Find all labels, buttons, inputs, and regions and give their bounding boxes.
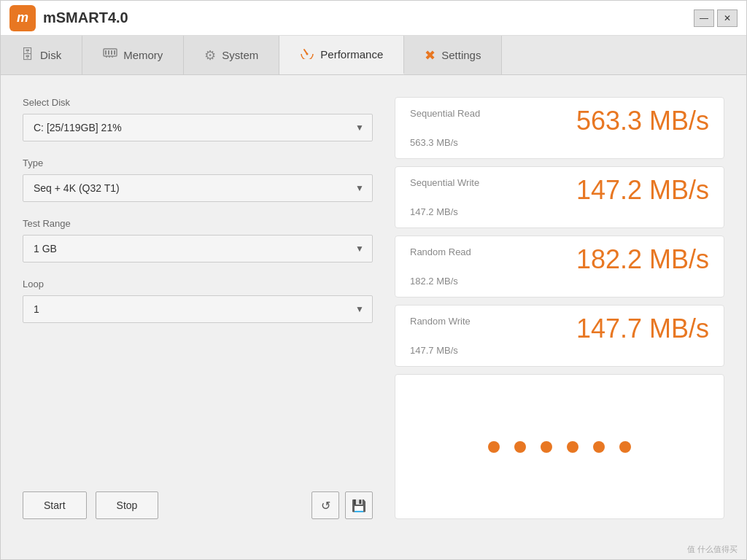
main-content: Select Disk C: [25/119GB] 21% D: E: ▼ Ty… bbox=[1, 75, 746, 541]
seq-read-label: Sequential Read bbox=[410, 108, 480, 119]
rand-read-value-small: 182.2 MB/s bbox=[410, 276, 709, 287]
rand-read-value-large: 182.2 MB/s bbox=[576, 246, 709, 273]
disk-tab-icon: 🗄 bbox=[21, 47, 34, 63]
dot-4 bbox=[567, 441, 578, 453]
left-panel: Select Disk C: [25/119GB] 21% D: E: ▼ Ty… bbox=[23, 97, 373, 519]
seq-read-card: Sequential Read 563.3 MB/s 563.3 MB/s bbox=[395, 97, 724, 159]
seq-write-value-small: 147.2 MB/s bbox=[410, 206, 709, 217]
seq-write-label: Sequential Write bbox=[410, 177, 479, 188]
system-tab-icon: ⚙ bbox=[204, 47, 216, 63]
svg-point-10 bbox=[306, 53, 309, 55]
loop-label: Loop bbox=[23, 279, 373, 289]
title-left: m mSMART4.0 bbox=[9, 5, 128, 31]
bottom-controls: Start Stop ↺ 💾 bbox=[23, 470, 373, 519]
icon-buttons-group: ↺ 💾 bbox=[311, 491, 373, 519]
tab-performance[interactable]: Performance bbox=[279, 36, 404, 74]
svg-rect-4 bbox=[114, 50, 115, 55]
rand-read-card: Random Read 182.2 MB/s 182.2 MB/s bbox=[395, 236, 724, 298]
loop-wrapper: 1 2 3 5 ▼ bbox=[23, 295, 373, 323]
tab-settings-label: Settings bbox=[441, 49, 481, 61]
test-range-dropdown[interactable]: 1 GB 4 GB 8 GB 16 GB bbox=[23, 235, 373, 262]
minimize-button[interactable]: — bbox=[694, 9, 714, 27]
dot-2 bbox=[514, 441, 526, 453]
seq-read-value-large: 563.3 MB/s bbox=[576, 108, 709, 134]
select-disk-dropdown[interactable]: C: [25/119GB] 21% D: E: bbox=[23, 114, 373, 141]
close-button[interactable]: ✕ bbox=[717, 9, 738, 27]
dot-3 bbox=[541, 441, 552, 453]
rand-write-value-small: 147.7 MB/s bbox=[410, 345, 709, 356]
refresh-button[interactable]: ↺ bbox=[311, 491, 339, 519]
rand-read-label: Random Read bbox=[410, 246, 471, 257]
dot-5 bbox=[593, 441, 605, 453]
rand-write-label: Random Write bbox=[410, 316, 471, 327]
seq-write-card: Sequential Write 147.2 MB/s 147.2 MB/s bbox=[395, 166, 724, 228]
app-logo: m bbox=[9, 5, 36, 31]
type-dropdown[interactable]: Seq + 4K (Q32 T1) Sequential 4K bbox=[23, 174, 373, 202]
tab-disk[interactable]: 🗄 Disk bbox=[1, 36, 82, 74]
svg-rect-2 bbox=[108, 50, 109, 55]
seq-read-top: Sequential Read 563.3 MB/s bbox=[410, 108, 709, 134]
rand-write-top: Random Write 147.7 MB/s bbox=[410, 316, 709, 342]
tab-system[interactable]: ⚙ System bbox=[184, 36, 279, 74]
svg-rect-1 bbox=[105, 50, 107, 55]
seq-read-value-small: 563.3 MB/s bbox=[410, 137, 709, 148]
seq-write-top: Sequential Write 147.2 MB/s bbox=[410, 177, 709, 203]
app-title: mSMART4.0 bbox=[43, 9, 128, 26]
dot-6 bbox=[619, 441, 631, 453]
rand-read-top: Random Read 182.2 MB/s bbox=[410, 246, 709, 273]
loop-dropdown[interactable]: 1 2 3 5 bbox=[23, 295, 373, 323]
dot-1 bbox=[488, 441, 500, 453]
window-controls: — ✕ bbox=[694, 9, 738, 27]
tab-memory-label: Memory bbox=[123, 49, 163, 61]
tab-system-label: System bbox=[222, 49, 258, 61]
stop-button[interactable]: Stop bbox=[96, 491, 159, 519]
tab-performance-label: Performance bbox=[320, 48, 383, 61]
tab-disk-label: Disk bbox=[40, 49, 61, 61]
performance-tab-icon bbox=[300, 46, 314, 63]
tab-settings[interactable]: ✖ Settings bbox=[404, 36, 502, 74]
rand-write-card: Random Write 147.7 MB/s 147.7 MB/s bbox=[395, 305, 724, 367]
memory-tab-icon bbox=[103, 47, 117, 63]
rand-write-value-large: 147.7 MB/s bbox=[576, 316, 709, 342]
seq-write-value-large: 147.2 MB/s bbox=[576, 177, 709, 203]
test-range-wrapper: 1 GB 4 GB 8 GB 16 GB ▼ bbox=[23, 235, 373, 262]
dots-card bbox=[395, 374, 724, 519]
watermark: 值 什么值得买 bbox=[1, 541, 746, 559]
select-disk-wrapper: C: [25/119GB] 21% D: E: ▼ bbox=[23, 114, 373, 141]
select-disk-label: Select Disk bbox=[23, 97, 373, 108]
start-button[interactable]: Start bbox=[23, 491, 87, 519]
tab-bar: 🗄 Disk Memory ⚙ System bbox=[1, 36, 746, 75]
test-range-label: Test Range bbox=[23, 218, 373, 229]
type-wrapper: Seq + 4K (Q32 T1) Sequential 4K ▼ bbox=[23, 174, 373, 202]
title-bar: m mSMART4.0 — ✕ bbox=[1, 1, 746, 36]
main-window: m mSMART4.0 — ✕ 🗄 Disk bbox=[0, 0, 747, 560]
svg-rect-3 bbox=[111, 50, 112, 55]
settings-tab-icon: ✖ bbox=[425, 47, 436, 63]
type-label: Type bbox=[23, 158, 373, 168]
right-panel: Sequential Read 563.3 MB/s 563.3 MB/s Se… bbox=[395, 97, 724, 519]
save-button[interactable]: 💾 bbox=[345, 491, 373, 519]
tab-memory[interactable]: Memory bbox=[82, 36, 184, 74]
